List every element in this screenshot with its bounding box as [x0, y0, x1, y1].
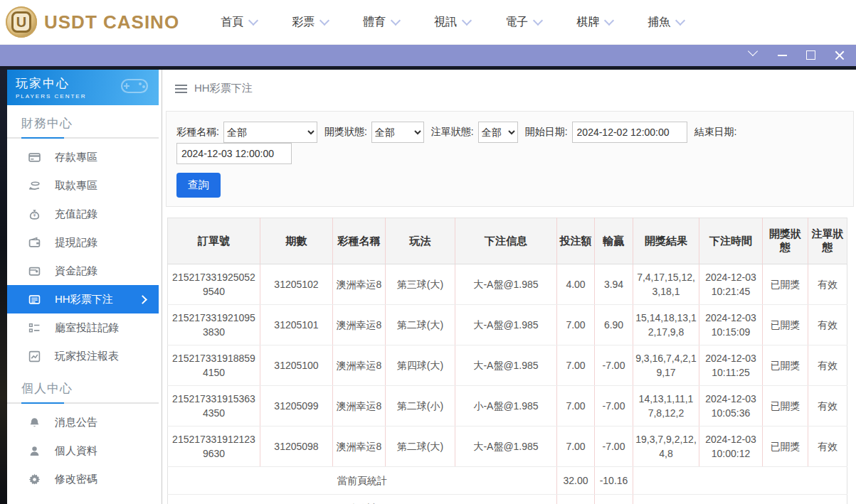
order-status-label: 注單狀態:: [431, 126, 474, 139]
cell-play-type: 第三球(大): [386, 264, 455, 305]
cell-lottery-name: 澳洲幸运8: [333, 264, 386, 305]
cell-order-status: 有效: [808, 264, 847, 305]
cell-win-loss: 3.94: [595, 264, 633, 305]
cell-bet-amount: 7.00: [557, 386, 595, 427]
sidebar-item[interactable]: 玩家投注報表: [7, 342, 159, 370]
sidebar-item-icon: [28, 350, 41, 363]
summary-row: 總統計 32.00 -10.16: [168, 495, 847, 504]
chevron-down-icon: [248, 15, 258, 25]
sidebar-item[interactable]: 充值記錄: [7, 200, 159, 228]
sidebar-item-icon: [28, 473, 41, 486]
nav-item[interactable]: 棋牌: [576, 15, 613, 30]
summary-empty: [633, 467, 847, 495]
sidebar-item[interactable]: 存款專區: [7, 143, 159, 171]
column-header: 注單狀態: [808, 218, 847, 264]
sidebar-item[interactable]: 取款專區: [7, 171, 159, 200]
brand-logo-icon: U: [6, 6, 37, 38]
hamburger-icon[interactable]: [175, 85, 187, 93]
summary-winloss-total: -10.16: [595, 467, 633, 495]
chevron-down-icon: [604, 15, 614, 25]
column-header: 期數: [260, 218, 333, 264]
gamepad-icon: [120, 77, 149, 95]
sidebar-item-icon: [28, 445, 41, 457]
sidebar-group-finance: 財務中心: [7, 105, 159, 137]
table-row: 2152173319250529540 31205102 澳洲幸运8 第三球(大…: [168, 264, 847, 305]
sidebar-item-icon: [28, 208, 41, 220]
cell-play-type: 第四球(大): [386, 345, 455, 386]
nav-item-label: 電子: [505, 15, 528, 30]
cell-period: 31205101: [260, 305, 333, 345]
cell-draw-status: 已開獎: [763, 386, 808, 427]
nav-item[interactable]: 首頁: [221, 15, 257, 30]
column-header: 開獎結果: [633, 218, 699, 264]
page-title: HH彩票下注: [194, 82, 253, 95]
column-header: 彩種名稱: [333, 218, 386, 264]
cell-lottery-name: 澳洲幸运8: [333, 305, 386, 345]
sidebar-item[interactable]: HH彩票下注: [7, 285, 159, 313]
cell-lottery-name: 澳洲幸运8: [333, 386, 386, 427]
cell-win-loss: 6.90: [595, 305, 633, 345]
start-date-input[interactable]: [572, 122, 687, 143]
sidebar-item-label: HH彩票下注: [55, 293, 113, 306]
sidebar-item[interactable]: 廳室投註記錄: [7, 313, 159, 342]
sidebar-item[interactable]: 個人資料: [7, 436, 159, 465]
sidebar-item-label: 修改密碼: [55, 473, 97, 486]
order-status-select[interactable]: 全部: [478, 122, 518, 143]
cell-draw-result: 19,3,7,9,2,12,4,8: [633, 427, 699, 467]
lottery-name-select[interactable]: 全部: [223, 122, 317, 143]
nav-item[interactable]: 視訊: [434, 15, 470, 30]
nav-item[interactable]: 體育: [363, 15, 399, 30]
nav-item[interactable]: 電子: [505, 15, 541, 30]
chevron-down-icon: [533, 15, 543, 25]
table-body: 2152173319250529540 31205102 澳洲幸运8 第三球(大…: [168, 264, 847, 467]
maximize-icon[interactable]: [806, 50, 816, 60]
cell-bet-time: 2024-12-03 10:05:36: [699, 386, 763, 427]
cell-period: 31205098: [260, 427, 333, 467]
sidebar-item[interactable]: 提現記錄: [7, 228, 159, 257]
cell-order-no: 2152173319188594150: [168, 345, 260, 386]
breadcrumb: HH彩票下注: [164, 70, 856, 105]
end-date-label: 結束日期:: [694, 126, 737, 139]
start-date-label: 開始日期:: [525, 126, 568, 139]
sidebar-item-icon: [28, 417, 41, 429]
close-icon[interactable]: [835, 50, 845, 60]
titlebar-chevron-down-icon[interactable]: [749, 50, 759, 60]
sidebar-content-divider: [162, 70, 162, 504]
main-content: HH彩票下注 彩種名稱: 全部 開獎狀態: 全部 注單狀態: 全部 開始日期: …: [164, 70, 856, 504]
nav-item[interactable]: 捕魚: [648, 15, 684, 30]
nav-item[interactable]: 彩票: [292, 15, 328, 30]
column-header: 下注時間: [699, 218, 763, 264]
summary-winloss-total: -10.16: [595, 495, 633, 504]
table-row: 2152173319153634350 31205099 澳洲幸运8 第二球(小…: [168, 386, 847, 427]
nav-item-label: 彩票: [292, 15, 315, 30]
sidebar-group-personal: 個人中心: [7, 370, 159, 402]
chevron-down-icon: [391, 15, 401, 25]
sidebar-item[interactable]: 修改密碼: [7, 465, 159, 493]
column-header: 玩法: [386, 218, 455, 264]
end-date-input[interactable]: [176, 143, 292, 164]
sidebar-item-label: 充值記錄: [55, 208, 97, 221]
lottery-name-label: 彩種名稱:: [176, 126, 219, 139]
draw-status-select[interactable]: 全部: [371, 122, 424, 143]
sidebar-item[interactable]: 資金記錄: [7, 257, 159, 285]
summary-row: 當前頁統計 32.00 -10.16: [168, 467, 847, 495]
minimize-icon[interactable]: [778, 50, 788, 60]
query-button[interactable]: 查詢: [176, 173, 221, 198]
table-row: 2152173319121239630 31205098 澳洲幸运8 第二球(大…: [168, 427, 847, 467]
cell-order-status: 有效: [808, 305, 847, 345]
sidebar-item-label: 個人資料: [55, 444, 97, 458]
sidebar-item[interactable]: 消息公告: [7, 408, 159, 436]
sidebar-finance-items: 存款專區 取款專區 充值記錄 提現記錄 資金記錄 HH彩票下注 廳室投註記錄 玩…: [7, 143, 159, 370]
chevron-down-icon: [462, 15, 472, 25]
summary-bet-total: 32.00: [557, 495, 595, 504]
column-header: 投注額: [557, 218, 595, 264]
column-header: 輸贏: [595, 218, 633, 264]
brand[interactable]: U USDT CASINO: [6, 6, 179, 38]
nav-item-label: 體育: [363, 15, 386, 30]
cell-draw-status: 已開獎: [763, 264, 808, 305]
brand-name: USDT CASINO: [44, 11, 179, 33]
cell-play-type: 第二球(大): [386, 427, 455, 467]
sidebar-item-label: 取款專區: [55, 179, 97, 193]
cell-bet-amount: 7.00: [557, 345, 595, 386]
sidebar-group-agent: 代理中心: [7, 493, 159, 504]
